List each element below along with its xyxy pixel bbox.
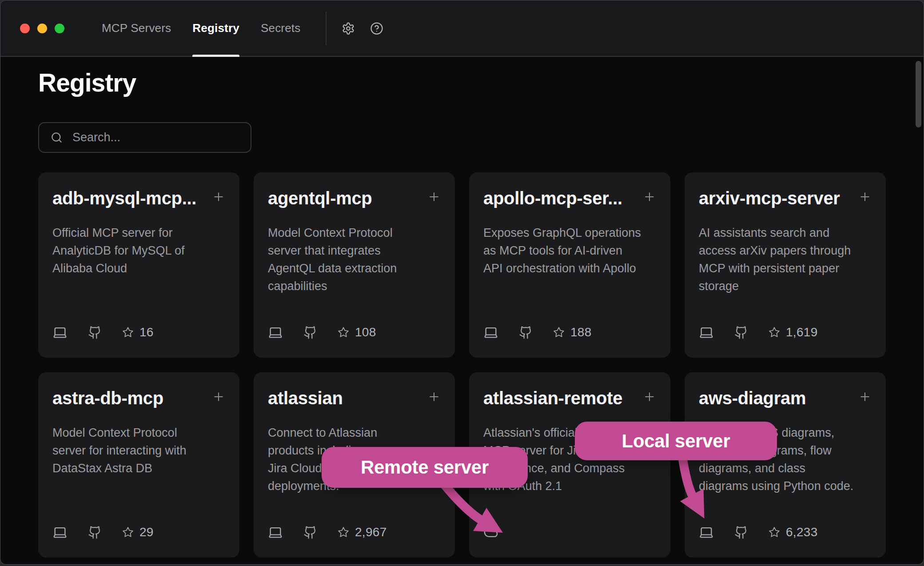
- card-footer: 29: [52, 525, 225, 540]
- laptop-icon: [268, 525, 283, 540]
- app-window: MCP Servers Registry Secrets Registry: [0, 0, 924, 565]
- star-icon: [338, 526, 349, 538]
- star-count: 1,619: [786, 325, 818, 339]
- add-server-button[interactable]: [212, 390, 225, 403]
- github-stars: 188: [553, 325, 592, 339]
- add-server-button[interactable]: [212, 190, 225, 203]
- github-icon[interactable]: [734, 326, 748, 339]
- github-stars: 16: [122, 325, 154, 339]
- star-count: 16: [139, 325, 154, 339]
- add-server-button[interactable]: [643, 390, 656, 403]
- star-icon: [338, 327, 349, 338]
- server-card-adb-mysql-mcp[interactable]: adb-mysql-mcp... Official MCP server for…: [38, 172, 239, 358]
- plus-icon: [212, 190, 225, 203]
- star-count: 6,233: [786, 525, 818, 539]
- github-icon[interactable]: [303, 326, 317, 339]
- server-card-arxiv-mcp-server[interactable]: arxiv-mcp-server AI assistants search an…: [685, 172, 886, 358]
- plus-icon: [427, 190, 441, 203]
- local-server-callout: Local server: [575, 422, 777, 460]
- add-server-button[interactable]: [858, 190, 872, 203]
- star-count: 2,967: [355, 525, 387, 539]
- star-icon: [122, 526, 134, 538]
- card-footer: 16: [52, 325, 225, 340]
- laptop-icon: [483, 325, 498, 340]
- star-count: 188: [570, 325, 592, 339]
- add-server-button[interactable]: [427, 390, 441, 403]
- plus-icon: [858, 190, 872, 203]
- add-server-button[interactable]: [858, 390, 872, 403]
- help-circle-icon: [370, 22, 383, 35]
- star-count: 108: [355, 325, 376, 339]
- search-box[interactable]: [38, 122, 251, 153]
- add-server-button[interactable]: [643, 190, 656, 203]
- titlebar: MCP Servers Registry Secrets: [0, 0, 924, 57]
- github-icon[interactable]: [303, 526, 317, 539]
- github-stars: 29: [122, 525, 154, 539]
- server-description: AI assistants search andaccess arXiv pap…: [699, 224, 872, 295]
- tab-secrets[interactable]: Secrets: [261, 0, 301, 56]
- server-name: agentql-mcp: [268, 187, 372, 209]
- help-button[interactable]: [370, 0, 383, 56]
- card-footer: 1,619: [699, 325, 872, 340]
- server-card-astra-db-mcp[interactable]: astra-db-mcp Model Context Protocolserve…: [38, 372, 239, 558]
- laptop-icon: [52, 525, 68, 540]
- search-input[interactable]: [72, 131, 241, 144]
- server-description: Model Context Protocolserver for interac…: [52, 424, 225, 477]
- settings-button[interactable]: [342, 0, 355, 56]
- github-icon[interactable]: [734, 526, 748, 539]
- server-name: atlassian-remote: [483, 387, 622, 409]
- gear-icon: [342, 22, 355, 35]
- server-card-apollo-mcp-server[interactable]: apollo-mcp-ser... Exposes GraphQL operat…: [469, 172, 670, 358]
- github-stars: 2,967: [338, 525, 387, 539]
- plus-icon: [427, 390, 441, 403]
- remote-server-callout: Remote server: [322, 447, 528, 488]
- github-stars: 1,619: [769, 325, 818, 339]
- server-description: Official MCP server forAnalyticDB for My…: [52, 224, 225, 277]
- star-icon: [769, 327, 780, 338]
- close-window-button[interactable]: [20, 24, 30, 33]
- server-description: Model Context Protocolserver that integr…: [268, 224, 441, 295]
- card-footer: [483, 525, 656, 540]
- server-name: apollo-mcp-ser...: [483, 187, 622, 209]
- server-name: atlassian: [268, 387, 343, 409]
- main-nav: MCP Servers Registry Secrets: [102, 0, 301, 56]
- server-name: arxiv-mcp-server: [699, 187, 840, 209]
- laptop-icon: [699, 525, 714, 540]
- add-server-button[interactable]: [427, 190, 441, 203]
- server-card-aws-diagram[interactable]: aws-diagram Generate AWS diagrams,sequen…: [685, 372, 886, 558]
- remote-server-callout-label: Remote server: [361, 457, 489, 478]
- tab-registry[interactable]: Registry: [192, 0, 239, 56]
- github-stars: 6,233: [769, 525, 818, 539]
- plus-icon: [858, 390, 872, 403]
- window-controls: [20, 0, 64, 56]
- server-description: Exposes GraphQL operationsas MCP tools f…: [483, 224, 656, 277]
- scrollbar-thumb[interactable]: [916, 61, 921, 128]
- page-title: Registry: [38, 68, 924, 97]
- tab-mcp-servers[interactable]: MCP Servers: [102, 0, 171, 56]
- server-name: astra-db-mcp: [52, 387, 163, 409]
- star-count: 29: [139, 525, 154, 539]
- github-icon[interactable]: [519, 326, 533, 339]
- laptop-icon: [52, 325, 68, 340]
- cloud-icon: [483, 525, 498, 540]
- zoom-window-button[interactable]: [55, 24, 64, 33]
- server-card-grid: adb-mysql-mcp... Official MCP server for…: [38, 172, 924, 558]
- card-footer: 108: [268, 325, 441, 340]
- minimize-window-button[interactable]: [37, 24, 47, 33]
- card-footer: 6,233: [699, 525, 872, 540]
- card-footer: 188: [483, 325, 656, 340]
- github-stars: 108: [338, 325, 376, 339]
- github-icon[interactable]: [88, 526, 102, 539]
- star-icon: [122, 327, 134, 338]
- laptop-icon: [699, 325, 714, 340]
- card-footer: 2,967: [268, 525, 441, 540]
- local-server-callout-label: Local server: [622, 430, 730, 452]
- github-icon[interactable]: [88, 326, 102, 339]
- plus-icon: [643, 390, 656, 403]
- star-icon: [769, 526, 780, 538]
- server-name: adb-mysql-mcp...: [52, 187, 196, 209]
- server-name: aws-diagram: [699, 387, 806, 409]
- server-card-agentql-mcp[interactable]: agentql-mcp Model Context Protocolserver…: [254, 172, 455, 358]
- search-icon: [51, 132, 63, 143]
- toolbar-divider: [326, 12, 327, 45]
